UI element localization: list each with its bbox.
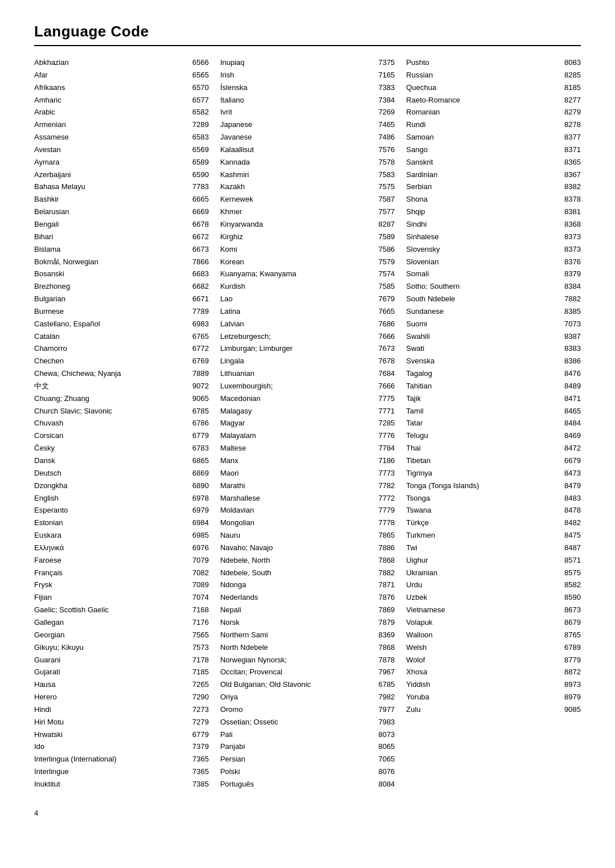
- language-name: Dzongkha: [34, 481, 192, 492]
- table-row: Ossetian; Ossetic7983: [220, 717, 395, 728]
- language-code: 7665: [378, 306, 395, 317]
- language-code: 7789: [192, 306, 209, 317]
- language-name: Persian: [220, 754, 379, 765]
- language-name: Yoruba: [406, 692, 564, 703]
- language-code: 8384: [564, 281, 581, 292]
- table-row: Tonga (Tonga Islands)8479: [406, 481, 581, 492]
- language-code: 6978: [192, 493, 209, 504]
- language-code: 8478: [564, 505, 581, 516]
- table-row: Moldavian7779: [220, 505, 395, 516]
- language-code: 7673: [378, 343, 395, 354]
- table-row: Abkhazian6566: [34, 58, 209, 68]
- table-row: Malayalam7776: [220, 431, 395, 441]
- language-code: 7879: [378, 617, 395, 628]
- language-name: Ossetian; Ossetic: [220, 717, 379, 728]
- language-code: 8365: [564, 157, 581, 168]
- language-name: Ukrainian: [406, 568, 564, 579]
- language-name: Tibetan: [406, 456, 564, 466]
- table-row: Romanian8279: [406, 107, 581, 118]
- table-row: Bislama6673: [34, 244, 209, 255]
- language-name: Chamorro: [34, 343, 192, 354]
- language-name: Shqip: [406, 207, 564, 218]
- language-name: Arabic: [34, 107, 192, 118]
- language-code: 8385: [564, 306, 581, 317]
- language-code: 6682: [192, 281, 209, 292]
- table-row: Castellano, Español6983: [34, 319, 209, 330]
- language-code: 7290: [192, 692, 209, 703]
- language-name: Khmer: [220, 207, 379, 218]
- table-row: Sanskrit8365: [406, 157, 581, 168]
- language-name: Thai: [406, 443, 564, 454]
- language-name: English: [34, 493, 192, 504]
- language-name: Burmese: [34, 306, 192, 317]
- language-code: 6577: [192, 95, 209, 106]
- language-code: 8382: [564, 182, 581, 193]
- language-code: 6865: [192, 456, 209, 466]
- language-code: 7983: [378, 717, 395, 728]
- language-code: 7573: [192, 642, 209, 653]
- language-code: 7168: [192, 605, 209, 616]
- table-row: Avestan6569: [34, 145, 209, 155]
- language-code: 7285: [378, 418, 395, 429]
- language-name: Herero: [34, 692, 192, 703]
- table-row: Occitan; Provencal7967: [220, 667, 395, 678]
- language-code: 8083: [564, 58, 581, 68]
- table-row: Norwegian Nynorsk;7878: [220, 655, 395, 666]
- language-name: Macedonian: [220, 394, 379, 404]
- table-row: Aymara6589: [34, 157, 209, 168]
- language-name: Tajik: [406, 394, 564, 404]
- language-code: 7575: [378, 182, 395, 193]
- language-code: 6665: [192, 194, 209, 205]
- language-code: 6673: [192, 244, 209, 255]
- table-row: Inuktitut7385: [34, 779, 209, 790]
- language-code: 7589: [378, 232, 395, 243]
- language-code: 8483: [564, 493, 581, 504]
- language-code: 7871: [378, 580, 395, 591]
- language-name: Azerbaijani: [34, 170, 192, 181]
- language-name: Panjabi: [220, 742, 379, 752]
- language-code: 7279: [192, 717, 209, 728]
- table-row: Česky6783: [34, 443, 209, 454]
- language-code: 7576: [378, 145, 395, 155]
- language-code: 8469: [564, 431, 581, 441]
- table-row: Sindhi8368: [406, 219, 581, 230]
- table-row: Marshallese7772: [220, 493, 395, 504]
- language-code: 9085: [564, 705, 581, 715]
- language-code: 7265: [192, 679, 209, 690]
- language-name: Ndebele, North: [220, 555, 379, 566]
- language-code: 7289: [192, 120, 209, 130]
- language-code: 7772: [378, 493, 395, 504]
- language-name: Pushto: [406, 58, 564, 68]
- table-row: Slovensky8373: [406, 244, 581, 255]
- title-divider: [34, 45, 581, 46]
- language-code: 7977: [378, 705, 395, 715]
- language-code: 6566: [192, 58, 209, 68]
- language-code: 7486: [378, 132, 395, 143]
- language-code: 6671: [192, 294, 209, 305]
- language-code: 8287: [378, 219, 395, 230]
- table-row: Javanese7486: [220, 132, 395, 143]
- language-name: Swati: [406, 343, 564, 354]
- language-code: 8378: [564, 194, 581, 205]
- language-code: 8590: [564, 592, 581, 603]
- language-code: 7585: [378, 281, 395, 292]
- language-name: Oriya: [220, 692, 379, 703]
- table-row: Church Slavic; Slavonic6785: [34, 406, 209, 417]
- table-row: Armenian7289: [34, 120, 209, 130]
- page-number: 4: [34, 809, 581, 817]
- language-code: 7775: [378, 394, 395, 404]
- language-code: 7074: [192, 592, 209, 603]
- language-code: 7384: [378, 95, 395, 106]
- language-name: Bosanski: [34, 269, 192, 280]
- language-code: 8369: [378, 630, 395, 641]
- table-row: Komi7586: [220, 244, 395, 255]
- language-name: Romanian: [406, 107, 564, 118]
- table-row: Rundi8278: [406, 120, 581, 130]
- language-code: 7269: [378, 107, 395, 118]
- language-name: Ndebele, South: [220, 568, 379, 579]
- table-row: Faroese7079: [34, 555, 209, 566]
- language-code: 6984: [192, 518, 209, 529]
- table-row: Herero7290: [34, 692, 209, 703]
- table-row: Hiri Motu7279: [34, 717, 209, 728]
- language-name: Kalaallisut: [220, 145, 379, 155]
